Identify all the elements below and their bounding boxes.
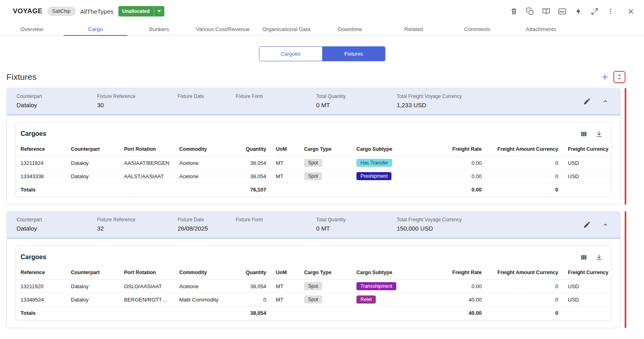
allocation-status-label: Unallocated bbox=[118, 8, 154, 14]
copy-icon bbox=[526, 7, 534, 15]
download-icon bbox=[595, 130, 603, 138]
field-fixture-date: Fixture Date 26/08/2025 bbox=[178, 217, 236, 232]
tab-organisational-data[interactable]: Organisational Data bbox=[255, 23, 318, 35]
cargo-type-chip: Spot bbox=[304, 159, 322, 167]
flash-button[interactable] bbox=[572, 5, 584, 17]
edit-fixture-button[interactable] bbox=[581, 95, 593, 107]
collapse-fixture-button[interactable] bbox=[599, 95, 611, 107]
cell-commodity: Acetone bbox=[174, 156, 231, 170]
totals-label: Totals bbox=[16, 183, 66, 197]
totals-label: Totals bbox=[16, 306, 66, 320]
view-toggle-row: Cargoes Fixtures bbox=[0, 36, 644, 61]
cargo-row[interactable]: 13348524 Dataloy BERGEN/ROTT… Mabl Commo… bbox=[16, 293, 611, 306]
field-fixture-date: Fixture Date bbox=[178, 94, 236, 109]
cargo-row[interactable]: 13343338 Dataloy AALST/AASIAAT Acetone 3… bbox=[16, 170, 611, 183]
cargo-subtype-chip: Preshipment bbox=[356, 172, 391, 180]
col-quantity: Quantity bbox=[231, 141, 271, 156]
tab-comments[interactable]: Comments bbox=[445, 23, 509, 35]
plus-icon bbox=[601, 73, 609, 81]
more-vert-icon bbox=[607, 8, 614, 15]
col-reference: Reference bbox=[16, 265, 66, 280]
download-button[interactable] bbox=[593, 251, 605, 263]
field-value bbox=[178, 102, 236, 109]
col-uom: UoM bbox=[271, 265, 299, 280]
totals-freight-amount-currency: 0 bbox=[487, 183, 563, 197]
cell-quantity: 38,054 bbox=[231, 156, 271, 170]
tab-bunkers[interactable]: Bunkers bbox=[127, 23, 191, 35]
cell-reference: 13343338 bbox=[16, 170, 66, 183]
field-label: Fixture Reference bbox=[97, 94, 178, 99]
cell-freight-amount-currency: 0 bbox=[487, 170, 563, 183]
col-freight-amount-currency: Freight Amount Currency bbox=[487, 265, 563, 280]
download-icon bbox=[595, 254, 603, 261]
fixture-card-2: Counterpart Dataloy Fixture Reference 32… bbox=[6, 211, 621, 328]
cargo-row[interactable]: 13211824 Dataloy AASIAAT/BERGEN Acetone … bbox=[16, 156, 611, 170]
field-label: Fixture Reference bbox=[97, 217, 178, 223]
field-fixture-form: Fixture Form bbox=[236, 94, 316, 109]
tab-downtime[interactable]: Downtime bbox=[318, 23, 382, 35]
totals-freight-rate: 0.00 bbox=[430, 183, 487, 197]
tab-attachments[interactable]: Attachments bbox=[509, 23, 573, 35]
cell-counterpart: Dataloy bbox=[66, 293, 119, 306]
window-title: VOYAGE bbox=[13, 7, 43, 15]
toggle-fixtures[interactable]: Fixtures bbox=[322, 47, 385, 61]
field-value: 0 MT bbox=[316, 225, 397, 232]
caret-down-icon bbox=[154, 6, 164, 17]
edit-fixture-button[interactable] bbox=[581, 218, 593, 231]
columns-button[interactable] bbox=[578, 251, 590, 263]
chevron-up-icon bbox=[601, 97, 609, 105]
field-value: 1,233 USD bbox=[397, 102, 581, 109]
svg-text:PDF: PDF bbox=[560, 10, 565, 13]
pdf-button[interactable]: PDF bbox=[556, 5, 568, 17]
copy-button[interactable] bbox=[524, 5, 536, 17]
delete-button[interactable] bbox=[508, 5, 520, 17]
cell-cargo-type: Spot bbox=[299, 280, 352, 293]
field-total-freight: Total Freight Voyage Currency 1,233 USD bbox=[397, 94, 581, 109]
field-value bbox=[236, 102, 316, 109]
book-button[interactable] bbox=[540, 5, 552, 17]
more-button[interactable] bbox=[605, 5, 617, 17]
tab-various-cost-revenue[interactable]: Various Cost/Revenue bbox=[191, 23, 255, 35]
field-value: 30 bbox=[97, 102, 178, 109]
cell-cargo-subtype: Preshipment bbox=[352, 170, 430, 183]
toggle-cargoes[interactable]: Cargoes bbox=[259, 47, 322, 61]
col-freight-rate: Freight Rate bbox=[430, 265, 487, 280]
cell-commodity: Mabl Commodity bbox=[174, 293, 231, 306]
cargo-row[interactable]: 13211920 Dataloy OSLO/AASIAAT Acetone 38… bbox=[16, 280, 611, 293]
fixtures-section-title: Fixtures bbox=[6, 72, 37, 82]
cargo-subtype-chip: Has Transfer bbox=[356, 159, 392, 167]
table-header-row: Reference Counterpart Port Rotation Comm… bbox=[16, 141, 611, 156]
field-value bbox=[236, 225, 316, 232]
col-freight-currency: Freight Currency bbox=[563, 141, 611, 156]
field-value: 150,000 USD bbox=[397, 225, 581, 232]
add-fixture-button[interactable] bbox=[599, 71, 611, 83]
cell-quantity: 0 bbox=[231, 293, 271, 306]
tab-related[interactable]: Related bbox=[382, 23, 445, 35]
cell-uom: MT bbox=[271, 156, 299, 170]
cell-freight-rate: 0.00 bbox=[430, 280, 487, 293]
cell-cargo-subtype: Transshipment bbox=[352, 280, 430, 293]
expand-button[interactable] bbox=[588, 5, 601, 17]
cell-quantity: 38,054 bbox=[231, 170, 271, 183]
cell-freight-rate: 0.00 bbox=[430, 170, 487, 183]
close-button[interactable] bbox=[625, 5, 637, 17]
tab-overview[interactable]: Overview bbox=[0, 23, 64, 35]
collapse-all-button[interactable] bbox=[613, 71, 625, 83]
tab-bar: Overview Cargo Bunkers Various Cost/Reve… bbox=[0, 23, 644, 36]
field-label: Total Quantity bbox=[316, 94, 397, 99]
download-button[interactable] bbox=[593, 128, 605, 140]
allocation-status-dropdown[interactable]: Unallocated bbox=[118, 6, 164, 17]
columns-icon bbox=[580, 130, 588, 138]
columns-button[interactable] bbox=[578, 128, 590, 140]
tab-cargo[interactable]: Cargo bbox=[64, 23, 127, 35]
field-fixture-reference: Fixture Reference 30 bbox=[97, 94, 178, 109]
cell-commodity: Acetone bbox=[174, 280, 231, 293]
expand-icon bbox=[591, 8, 598, 15]
pdf-icon: PDF bbox=[558, 7, 567, 15]
cell-commodity: Acetone bbox=[174, 170, 231, 183]
fixture-body: Cargoes bbox=[7, 239, 620, 328]
collapse-fixture-button[interactable] bbox=[599, 218, 611, 231]
book-icon bbox=[542, 7, 550, 15]
cell-reference: 13348524 bbox=[16, 293, 66, 306]
field-value: 32 bbox=[97, 225, 178, 232]
